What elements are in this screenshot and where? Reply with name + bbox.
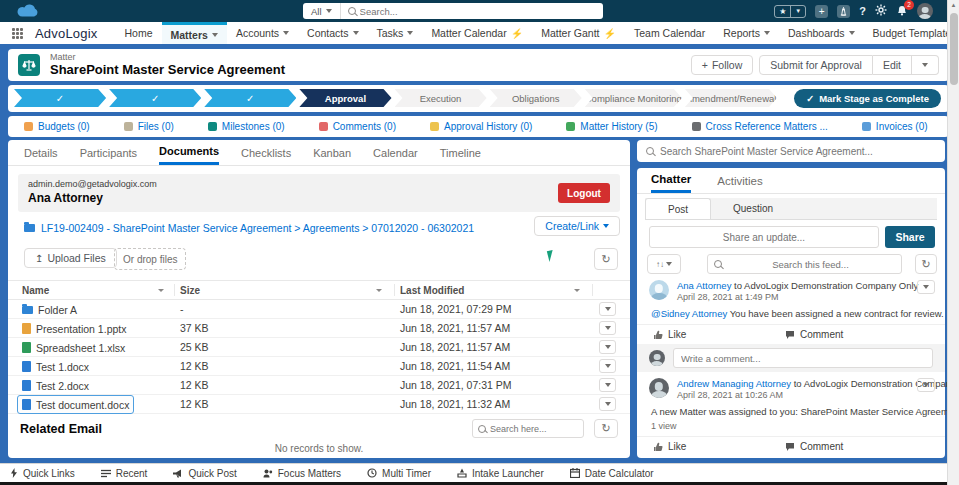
refresh-feed-button[interactable]: ↻ bbox=[915, 254, 937, 274]
path-stage-execution[interactable]: Execution bbox=[395, 89, 487, 107]
chevron-down-icon[interactable] bbox=[158, 289, 164, 292]
row-actions-button[interactable] bbox=[599, 397, 616, 411]
tab-activities[interactable]: Activities bbox=[717, 168, 762, 193]
path-stage-compliance-monitoring[interactable]: Compliance Monitoring bbox=[585, 89, 682, 107]
nav-item-tasks[interactable]: Tasks bbox=[368, 22, 423, 44]
like-button[interactable]: Like bbox=[653, 329, 686, 340]
chevron-down-icon[interactable] bbox=[574, 289, 580, 292]
create-link-button[interactable]: Create/Link bbox=[534, 216, 620, 236]
help-icon[interactable]: ? bbox=[859, 6, 866, 17]
record-feed-search-input[interactable] bbox=[660, 146, 936, 157]
mention-link[interactable]: @Sidney Attorney bbox=[651, 308, 727, 319]
post-author-link[interactable]: Andrew Managing Attorney bbox=[677, 378, 791, 389]
subtab-question[interactable]: Question bbox=[711, 198, 795, 219]
feed-search[interactable] bbox=[707, 254, 902, 274]
path-stage-complete-2[interactable]: ✓ bbox=[109, 89, 201, 107]
nav-item-team-calendar[interactable]: Team Calendar bbox=[625, 22, 714, 44]
more-record-actions-button[interactable] bbox=[912, 55, 939, 75]
scroll-up-arrow[interactable]: ▲ bbox=[948, 2, 959, 8]
utility-quick-links[interactable]: Quick Links bbox=[10, 468, 75, 479]
path-stage-obligations[interactable]: Obligations bbox=[490, 89, 582, 107]
comment-button[interactable]: Comment bbox=[785, 441, 843, 452]
quick-link-files[interactable]: Files (0) bbox=[124, 121, 174, 132]
add-icon[interactable]: + bbox=[815, 5, 828, 18]
row-actions-button[interactable] bbox=[599, 302, 616, 316]
post-author-link[interactable]: Ana Attorney bbox=[677, 280, 731, 291]
submit-for-approval-button[interactable]: Submit for Approval bbox=[759, 55, 873, 75]
post-author-avatar[interactable] bbox=[649, 378, 669, 398]
chevron-down-icon[interactable] bbox=[376, 289, 382, 292]
comment-button[interactable]: Comment bbox=[785, 329, 843, 340]
vertical-scrollbar[interactable]: ▲ bbox=[947, 0, 959, 485]
path-stage-complete-3[interactable]: ✓ bbox=[204, 89, 296, 107]
path-stage-complete-1[interactable]: ✓ bbox=[14, 89, 106, 107]
quick-link-budgets[interactable]: Budgets (0) bbox=[24, 121, 90, 132]
path-stage-amendment-renewal[interactable]: Amendment/Renewal bbox=[685, 89, 777, 107]
upload-files-button[interactable]: ↥Upload Files bbox=[24, 248, 117, 268]
scrollbar-thumb[interactable] bbox=[950, 13, 958, 85]
favorites-button[interactable]: ★ ▼ bbox=[774, 5, 806, 18]
table-row-test2[interactable]: Test 2.docx 12 KB Jun 18, 2021, 07:31 PM bbox=[8, 376, 630, 395]
utility-date-calculator[interactable]: Date Calculator bbox=[570, 468, 654, 479]
tab-chatter[interactable]: Chatter bbox=[651, 168, 691, 193]
row-actions-button[interactable] bbox=[599, 340, 616, 354]
global-search-input[interactable] bbox=[356, 6, 603, 17]
nav-item-reports[interactable]: Reports bbox=[714, 22, 779, 44]
feed-search-input[interactable] bbox=[726, 259, 895, 270]
column-header-name[interactable]: Name bbox=[22, 285, 49, 296]
row-actions-button[interactable] bbox=[599, 321, 616, 335]
post-menu-button[interactable] bbox=[917, 378, 935, 392]
nav-item-accounts[interactable]: Accounts bbox=[227, 22, 298, 44]
edit-button[interactable]: Edit bbox=[873, 55, 912, 75]
tab-checklists[interactable]: Checklists bbox=[241, 140, 291, 165]
feed-sort-button[interactable]: ↑↓ bbox=[647, 254, 681, 274]
refresh-related-email-button[interactable]: ↻ bbox=[594, 419, 618, 438]
nav-item-home[interactable]: Home bbox=[116, 22, 162, 44]
utility-focus-matters[interactable]: Focus Matters bbox=[263, 468, 341, 479]
subtab-post[interactable]: Post bbox=[645, 198, 711, 219]
guidance-center-icon[interactable] bbox=[837, 5, 850, 18]
share-update-input[interactable] bbox=[649, 226, 879, 248]
table-row-spreadsheet[interactable]: Spreadsheet 1.xlsx 25 KB Jun 18, 2021, 1… bbox=[8, 338, 630, 357]
setup-gear-icon[interactable] bbox=[875, 4, 887, 18]
tab-timeline[interactable]: Timeline bbox=[440, 140, 481, 165]
table-row-folder-a[interactable]: Folder A - Jun 18, 2021, 07:29 PM bbox=[8, 300, 630, 319]
quick-link-cross-reference-matters[interactable]: Cross Reference Matters ... bbox=[692, 121, 828, 132]
nav-item-matters[interactable]: Matters bbox=[162, 22, 227, 44]
write-comment-input[interactable] bbox=[673, 348, 933, 368]
row-actions-button[interactable] bbox=[599, 359, 616, 373]
share-button[interactable]: Share bbox=[885, 226, 935, 248]
quick-link-comments[interactable]: Comments (0) bbox=[319, 121, 396, 132]
mark-stage-complete-button[interactable]: ✓Mark Stage as Complete bbox=[794, 89, 941, 108]
table-row-test-document-selected[interactable]: Test document.docx 12 KB Jun 18, 2021, 1… bbox=[8, 395, 630, 414]
column-header-size[interactable]: Size bbox=[180, 285, 200, 296]
nav-item-matter-gantt[interactable]: Matter Gantt⚡ bbox=[532, 22, 625, 44]
logout-button[interactable]: Logout bbox=[558, 183, 610, 203]
quick-link-approval-history[interactable]: Approval History (0) bbox=[430, 121, 532, 132]
user-avatar[interactable] bbox=[917, 3, 933, 19]
nav-item-contacts[interactable]: Contacts bbox=[298, 22, 367, 44]
like-button[interactable]: Like bbox=[653, 441, 686, 452]
drop-files-zone[interactable]: Or drop files bbox=[114, 248, 186, 270]
utility-recent[interactable]: Recent bbox=[101, 468, 148, 479]
table-row-test1[interactable]: Test 1.docx 12 KB Jun 18, 2021, 11:54 AM bbox=[8, 357, 630, 376]
table-row-presentation[interactable]: Presentation 1.pptx 37 KB Jun 18, 2021, … bbox=[8, 319, 630, 338]
utility-quick-post[interactable]: Quick Post bbox=[173, 468, 236, 479]
related-email-search-input[interactable] bbox=[490, 424, 578, 434]
tab-details[interactable]: Details bbox=[24, 140, 58, 165]
nav-item-budget-templates[interactable]: Budget Templates bbox=[864, 22, 959, 44]
tab-participants[interactable]: Participants bbox=[80, 140, 137, 165]
sharepoint-breadcrumb[interactable]: LF19-002409 - SharePoint Master Service … bbox=[24, 222, 474, 234]
post-menu-button[interactable] bbox=[917, 280, 935, 294]
tab-kanban[interactable]: Kanban bbox=[313, 140, 351, 165]
utility-multi-timer[interactable]: Multi Timer bbox=[367, 468, 431, 479]
quick-link-matter-history[interactable]: Matter History (5) bbox=[566, 121, 657, 132]
nav-item-matter-calendar[interactable]: Matter Calendar⚡ bbox=[422, 22, 532, 44]
post-author-avatar[interactable] bbox=[649, 280, 669, 300]
global-search[interactable]: All bbox=[303, 3, 603, 19]
notifications-bell-icon[interactable]: 2 bbox=[896, 4, 908, 18]
path-stage-approval[interactable]: Approval bbox=[299, 89, 391, 107]
related-email-search[interactable] bbox=[472, 419, 584, 438]
nav-item-dashboards[interactable]: Dashboards bbox=[779, 22, 864, 44]
column-header-last-modified[interactable]: Last Modified bbox=[400, 285, 464, 296]
